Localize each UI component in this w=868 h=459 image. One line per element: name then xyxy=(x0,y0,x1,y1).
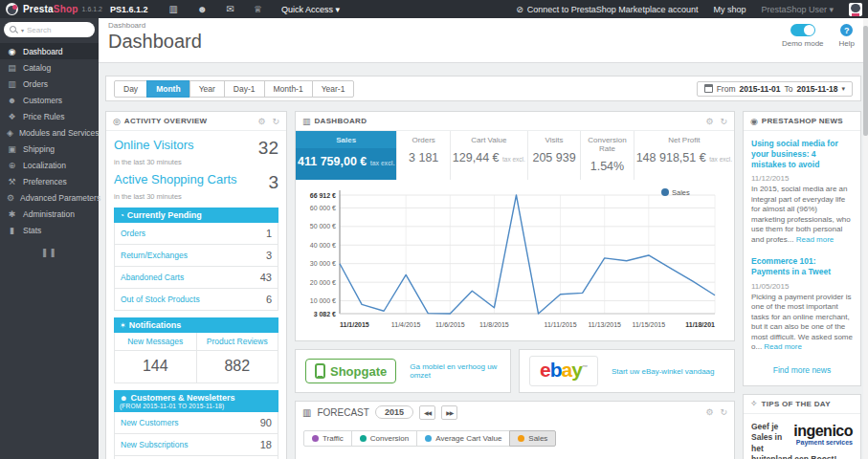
help-icon[interactable]: ? xyxy=(840,24,853,36)
news-item-title[interactable]: Ecommerce 101: Payments in a Tweet xyxy=(751,256,853,277)
forecast-title: FORECAST xyxy=(317,407,368,418)
kpi-tab-net-profit[interactable]: Net Profit148 918,51 € tax excl. xyxy=(634,131,734,180)
gear-icon[interactable]: ⚙ xyxy=(705,117,713,126)
kpi-label: Visits xyxy=(530,136,578,144)
sidebar-item-localization[interactable]: ⊕Localization xyxy=(0,157,99,173)
user-avatar[interactable] xyxy=(849,3,862,16)
period-day-button[interactable]: Day xyxy=(114,80,147,98)
kpi-tab-sales[interactable]: Sales411 759,00 € tax excl. xyxy=(296,131,397,180)
forecast-prev-button[interactable]: ◀◀ xyxy=(419,405,435,420)
period-month-button[interactable]: Month xyxy=(146,80,190,98)
dashboard-panel-header: ▥ DASHBOARD ⚙↻ xyxy=(296,112,734,131)
help-control: ? Help xyxy=(839,24,855,48)
marketplace-link[interactable]: ⊘Connect to PrestaShop Marketplace accou… xyxy=(516,5,698,14)
date-range-picker[interactable]: From 2015-11-01 To 2015-11-18 ▾ xyxy=(697,81,853,97)
sidebar-item-dashboard[interactable]: ◉Dashboard xyxy=(0,43,99,59)
online-visitors-label[interactable]: Online Visitors xyxy=(114,138,194,152)
legend-chip-average-cart-value[interactable]: Average Cart Value xyxy=(416,430,510,447)
tips-of-the-day-panel: ✧ TIPS OF THE DAY ingenicoPayment servic… xyxy=(743,394,861,459)
find-more-news-link[interactable]: Find more news xyxy=(744,357,860,385)
sales-line-chart[interactable]: 66 912 €60 000 €50 000 €40 000 €30 000 €… xyxy=(296,184,724,337)
period-year-1-button[interactable]: Year-1 xyxy=(312,80,355,98)
page-title: Dashboard xyxy=(108,31,858,53)
customers-rows: New Customers90 New Subscriptions18 Tota… xyxy=(114,412,278,459)
ebay-ad[interactable]: ebay™ Start uw eBay-winkel vandaag xyxy=(519,349,735,393)
gear-icon[interactable]: ⚙ xyxy=(257,117,265,126)
row-value: 18 xyxy=(260,439,272,450)
breadcrumb[interactable]: Dashboard xyxy=(108,21,858,30)
row-label: Out of Stock Products xyxy=(121,295,200,304)
refresh-icon[interactable]: ↻ xyxy=(720,117,727,126)
sidebar-item-customers[interactable]: ☻Customers xyxy=(0,92,99,108)
sidebar-item-catalog[interactable]: ▤Catalog xyxy=(0,59,99,76)
page-scrollbar[interactable] xyxy=(863,18,868,459)
sidebar-item-price-rules[interactable]: ❖Price Rules xyxy=(0,108,99,124)
abandoned-carts-row[interactable]: Abandoned Carts43 xyxy=(115,267,278,289)
shopgate-ad[interactable]: Shopgate Ga mobiel en verhoog uw omzet xyxy=(295,349,511,393)
sidebar-item-shipping[interactable]: ▣Shipping xyxy=(0,141,99,157)
gear-icon[interactable]: ⚙ xyxy=(705,407,713,417)
forecast-next-button[interactable]: ▶▶ xyxy=(441,405,457,420)
localization-icon: ⊕ xyxy=(7,161,17,170)
user-menu[interactable]: PrestaShop User ▾ xyxy=(761,5,834,14)
news-item-title[interactable]: Using social media for your business: 4 … xyxy=(751,139,853,170)
sidebar-item-preferences[interactable]: ⚒Preferences xyxy=(0,173,99,189)
out-of-stock-row[interactable]: Out of Stock Products6 xyxy=(115,289,278,310)
new-subscriptions-row[interactable]: New Subscriptions18 xyxy=(115,434,278,456)
scrollbar-thumb[interactable] xyxy=(863,26,868,136)
sidebar-item-label: Stats xyxy=(23,226,41,235)
shopgate-link[interactable]: Ga mobiel en verhoog uw omzet xyxy=(410,362,501,380)
kpi-tab-row: Sales411 759,00 € tax excl. Orders3 181 … xyxy=(296,131,734,180)
sidebar-collapse-icon[interactable]: ❚❚ xyxy=(0,248,99,257)
customers-quick-icon[interactable]: ☻ xyxy=(197,4,208,14)
svg-text:40 000 €: 40 000 € xyxy=(310,242,336,249)
messages-icon[interactable]: ✉ xyxy=(227,4,234,14)
sidebar-item-label: Orders xyxy=(23,79,48,89)
search-input[interactable] xyxy=(27,26,89,34)
read-more-link[interactable]: Read more xyxy=(796,235,835,244)
period-button-group: Day Month Year Day-1 Month-1 Year-1 xyxy=(114,80,354,98)
svg-text:30 000 €: 30 000 € xyxy=(310,260,336,267)
sidebar-item-orders[interactable]: ▥Orders xyxy=(0,76,99,92)
forecast-year-badge: 2015 xyxy=(375,405,413,419)
rss-icon: ◉ xyxy=(750,117,758,126)
from-label: From xyxy=(717,84,736,94)
sidebar-search[interactable]: ▾ xyxy=(4,22,95,37)
refresh-icon[interactable]: ↻ xyxy=(272,117,279,126)
cell-value: 144 xyxy=(115,351,196,382)
activity-icon: ◎ xyxy=(113,117,121,126)
search-scope-caret-icon[interactable]: ▾ xyxy=(21,27,24,33)
cart-icon[interactable]: ▥ xyxy=(169,4,178,14)
legend-chip-conversion[interactable]: Conversion xyxy=(351,430,417,447)
new-customers-row[interactable]: New Customers90 xyxy=(115,412,278,434)
customers-newsletters-header: ☻Customers & Newsletters(FROM 2015-11-01… xyxy=(114,390,278,412)
ebay-link[interactable]: Start uw eBay-winkel vandaag xyxy=(612,367,715,376)
sidebar-item-stats[interactable]: ▮Stats xyxy=(0,222,99,238)
trophy-icon[interactable]: ♕ xyxy=(254,4,262,14)
kpi-tab-orders[interactable]: Orders3 181 xyxy=(397,131,450,180)
active-carts-label[interactable]: Active Shopping Carts xyxy=(114,172,237,186)
sidebar-item-administration[interactable]: ✱Administration xyxy=(0,206,99,222)
demo-mode-toggle[interactable] xyxy=(790,24,815,36)
period-year-button[interactable]: Year xyxy=(189,80,225,98)
read-more-link[interactable]: Read more xyxy=(764,342,802,351)
quick-access-menu[interactable]: Quick Access ▾ xyxy=(281,5,340,14)
kpi-tab-cart-value[interactable]: Cart Value129,44 € tax excl. xyxy=(451,131,528,180)
sidebar-item-label: Localization xyxy=(23,161,66,170)
new-messages-cell[interactable]: New Messages144 xyxy=(115,333,196,382)
refresh-icon[interactable]: ↻ xyxy=(720,407,727,417)
sidebar-item-advanced-parameters[interactable]: ⚙Advanced Parameters xyxy=(0,189,99,206)
kpi-tab-conversion-rate[interactable]: Conversion Rate1.54% xyxy=(581,131,634,180)
pending-returns-row[interactable]: Return/Exchanges3 xyxy=(115,245,278,267)
period-day-1-button[interactable]: Day-1 xyxy=(224,80,265,98)
legend-chip-sales[interactable]: Sales xyxy=(509,430,556,447)
product-reviews-cell[interactable]: Product Reviews882 xyxy=(196,333,278,382)
sidebar-item-modules[interactable]: ◈Modules and Services xyxy=(0,124,99,141)
pending-orders-row[interactable]: Orders1 xyxy=(115,223,278,245)
stats-icon: ▮ xyxy=(7,226,17,235)
period-month-1-button[interactable]: Month-1 xyxy=(264,80,313,98)
legend-chip-traffic[interactable]: Traffic xyxy=(303,430,352,447)
kpi-tab-visits[interactable]: Visits205 939 xyxy=(528,131,581,180)
dashboard-panel: ▥ DASHBOARD ⚙↻ Sales411 759,00 € tax exc… xyxy=(295,111,735,341)
my-shop-link[interactable]: My shop xyxy=(713,5,746,14)
